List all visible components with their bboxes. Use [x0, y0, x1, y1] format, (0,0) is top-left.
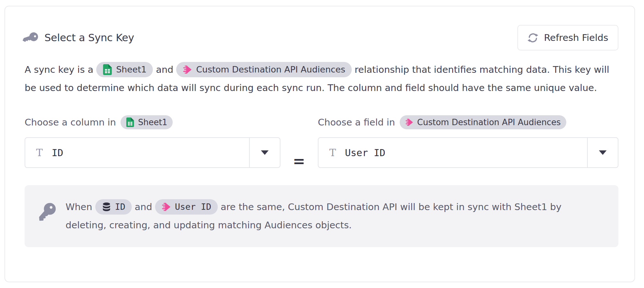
sync-key-selection-row: Choose a column in Sheet1 T ID = Choose … — [25, 115, 618, 170]
field-destination-badge: Custom Destination API Audiences — [400, 115, 566, 129]
text-type-icon: T — [36, 147, 43, 158]
refresh-icon — [528, 33, 538, 43]
sync-behavior-info-box: When ID and User ID are the same, Custom… — [25, 185, 618, 247]
intro-text-2: and — [156, 64, 174, 75]
column-picker-label: Choose a column in Sheet1 — [25, 115, 280, 130]
column-picker-label-text: Choose a column in — [25, 117, 116, 128]
column-picker: Choose a column in Sheet1 T ID — [25, 115, 280, 168]
source-badge: Sheet1 — [96, 62, 153, 77]
info-field-badge: User ID — [155, 199, 218, 215]
google-sheets-icon — [103, 64, 112, 75]
destination-badge: Custom Destination API Audiences — [176, 62, 351, 77]
source-badge-label: Sheet1 — [116, 63, 146, 76]
refresh-fields-button[interactable]: Refresh Fields — [517, 25, 618, 50]
refresh-fields-label: Refresh Fields — [544, 32, 608, 43]
info-column-badge: ID — [95, 199, 132, 215]
key-icon — [38, 202, 57, 221]
title-group: Select a Sync Key — [25, 31, 134, 44]
column-select-value: ID — [52, 147, 63, 158]
field-picker: Choose a field in Custom Destination API… — [318, 115, 618, 168]
column-source-badge: Sheet1 — [121, 115, 173, 129]
info-column-badge-label: ID — [115, 201, 126, 213]
column-select-caret-zone[interactable] — [249, 138, 280, 167]
field-picker-label: Choose a field in Custom Destination API… — [318, 115, 618, 130]
field-destination-badge-label: Custom Destination API Audiences — [417, 116, 561, 129]
info-field-badge-label: User ID — [175, 201, 211, 213]
text-type-icon: T — [329, 147, 336, 158]
sync-key-description: A sync key is a Sheet1 and Custom Destin… — [25, 61, 618, 97]
caret-down-icon — [261, 150, 269, 155]
key-icon — [22, 29, 39, 46]
column-source-badge-label: Sheet1 — [138, 116, 168, 129]
destination-badge-label: Custom Destination API Audiences — [196, 63, 345, 76]
page-title: Select a Sync Key — [44, 32, 134, 44]
caret-down-icon — [599, 150, 607, 155]
sync-key-card: Select a Sync Key Refresh Fields A sync … — [4, 6, 635, 282]
field-picker-label-text: Choose a field in — [318, 117, 395, 128]
custom-destination-arrow-icon — [183, 65, 192, 74]
equals-zone: = — [280, 115, 318, 170]
info-text-1: When — [66, 201, 92, 212]
database-icon — [102, 202, 111, 212]
field-select[interactable]: T User ID — [318, 137, 618, 168]
info-text-2: and — [135, 201, 152, 212]
sync-behavior-text: When ID and User ID are the same, Custom… — [66, 198, 604, 234]
intro-text-1: A sync key is a — [25, 64, 93, 75]
equals-sign: = — [293, 153, 306, 170]
custom-destination-arrow-icon — [161, 202, 171, 212]
field-select-value: User ID — [345, 147, 385, 158]
google-sheets-icon — [126, 117, 134, 127]
custom-destination-arrow-icon — [405, 118, 413, 126]
field-select-caret-zone[interactable] — [587, 138, 618, 167]
card-header: Select a Sync Key Refresh Fields — [25, 25, 618, 50]
column-select[interactable]: T ID — [25, 137, 280, 168]
